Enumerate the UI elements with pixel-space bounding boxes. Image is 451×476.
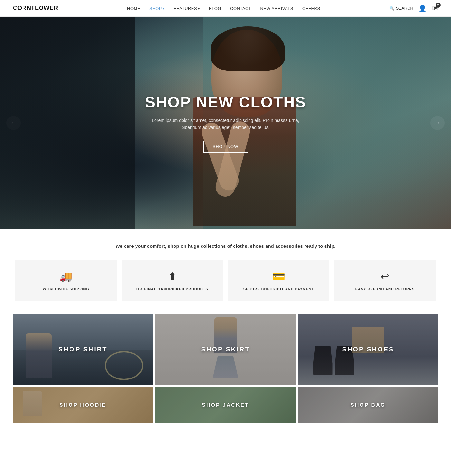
account-icon: 👤 bbox=[418, 5, 427, 12]
feature-shipping: 🚚 WORLDWIDE SHIPPING bbox=[15, 260, 117, 301]
search-button[interactable]: 🔍 SEARCH bbox=[389, 6, 413, 11]
account-button[interactable]: 👤 bbox=[418, 5, 427, 12]
nav-links: HOME SHOP FEATURES BLOG CONTACT NEW ARRI… bbox=[127, 5, 320, 11]
shop-grid: SHOP SHIRT SHOP SKIRT SHOP SHOES bbox=[0, 314, 451, 387]
shop-card-shirt[interactable]: SHOP SHIRT bbox=[13, 314, 153, 385]
features-section: 🚚 WORLDWIDE SHIPPING ⬆ ORIGINAL HANDPICK… bbox=[0, 260, 451, 314]
nav-link-features[interactable]: FEATURES bbox=[174, 6, 200, 11]
shipping-label: WORLDWIDE SHIPPING bbox=[43, 287, 89, 291]
nav-link-blog[interactable]: BLOG bbox=[209, 6, 221, 11]
handpicked-label: ORIGINAL HANDPICKED PRODUCTS bbox=[136, 287, 208, 291]
handpicked-icon: ⬆ bbox=[168, 270, 177, 283]
nav-item-new-arrivals[interactable]: NEW ARRIVALS bbox=[260, 5, 293, 11]
shop-card-jacket[interactable]: SHOP JACKET bbox=[155, 387, 296, 423]
hero-content: SHOP NEW CLOTHS Lorem ipsum dolor sit am… bbox=[142, 93, 309, 153]
shoes-label: SHOP SHOES bbox=[342, 346, 394, 353]
refund-icon: ↩ bbox=[381, 270, 389, 283]
shirt-label: SHOP SHIRT bbox=[59, 346, 108, 353]
nav-item-contact[interactable]: CONTACT bbox=[230, 5, 251, 11]
nav-link-shop[interactable]: SHOP bbox=[149, 6, 165, 11]
nav-item-blog[interactable]: BLOG bbox=[209, 5, 221, 11]
skirt-label: SHOP SKIRT bbox=[201, 346, 250, 353]
navbar-actions: 🔍 SEARCH 👤 🛍 2 bbox=[389, 5, 438, 12]
nav-item-shop[interactable]: SHOP bbox=[149, 5, 165, 11]
search-label: SEARCH bbox=[396, 6, 413, 11]
nav-item-home[interactable]: HOME bbox=[127, 5, 140, 11]
checkout-label: SECURE CHECKOUT AND PAYMENT bbox=[243, 287, 314, 291]
feature-refund: ↩ EASY REFUND AND RETURNS bbox=[334, 260, 436, 301]
hero-section: ← SHOP NEW CLOTHS Lorem ipsum dolor sit … bbox=[0, 17, 451, 229]
nav-link-contact[interactable]: CONTACT bbox=[230, 6, 251, 11]
hero-cta-button[interactable]: Shop Now bbox=[203, 141, 248, 153]
shop-card-shoes[interactable]: SHOP SHOES bbox=[298, 314, 438, 385]
nav-item-features[interactable]: FEATURES bbox=[174, 5, 200, 11]
nav-item-offers[interactable]: OFFERS bbox=[302, 5, 320, 11]
tagline-section: We care your comfort, shop on huge colle… bbox=[0, 229, 451, 260]
shipping-icon: 🚚 bbox=[60, 270, 72, 283]
refund-label: EASY REFUND AND RETURNS bbox=[355, 287, 415, 291]
search-icon: 🔍 bbox=[389, 6, 394, 11]
brand-logo[interactable]: CORNFLOWER bbox=[13, 5, 58, 12]
shop-card-hoodie[interactable]: SHOP HOODIE bbox=[13, 387, 153, 423]
shop-card-bag[interactable]: SHOP BAG bbox=[298, 387, 438, 423]
shop-card-skirt[interactable]: SHOP SKIRT bbox=[155, 314, 296, 385]
nav-link-home[interactable]: HOME bbox=[127, 6, 140, 11]
navbar: CORNFLOWER HOME SHOP FEATURES BLOG CONTA… bbox=[0, 0, 451, 17]
shop-grid-bottom: SHOP HOODIE SHOP JACKET SHOP BAG bbox=[0, 387, 451, 423]
jacket-label: SHOP JACKET bbox=[202, 402, 249, 408]
jacket-overlay: SHOP JACKET bbox=[155, 387, 296, 423]
bag-overlay: SHOP BAG bbox=[298, 387, 438, 423]
checkout-icon: 💳 bbox=[272, 270, 285, 283]
hoodie-overlay: SHOP HOODIE bbox=[13, 387, 153, 423]
cart-count: 2 bbox=[436, 3, 441, 8]
nav-link-new-arrivals[interactable]: NEW ARRIVALS bbox=[260, 6, 293, 11]
bag-label: SHOP BAG bbox=[351, 402, 386, 408]
tagline-text: We care your comfort, shop on huge colle… bbox=[115, 243, 335, 249]
shirt-overlay: SHOP SHIRT bbox=[13, 314, 153, 385]
nav-link-offers[interactable]: OFFERS bbox=[302, 6, 320, 11]
cart-button[interactable]: 🛍 2 bbox=[432, 5, 438, 12]
hero-title: SHOP NEW CLOTHS bbox=[142, 93, 309, 111]
hoodie-label: SHOP HOODIE bbox=[60, 402, 107, 408]
feature-handpicked: ⬆ ORIGINAL HANDPICKED PRODUCTS bbox=[122, 260, 223, 301]
feature-checkout: 💳 SECURE CHECKOUT AND PAYMENT bbox=[228, 260, 329, 301]
skirt-overlay: SHOP SKIRT bbox=[155, 314, 296, 385]
hero-subtitle: Lorem ipsum dolor sit amet, consectetur … bbox=[142, 117, 309, 131]
shoes-overlay: SHOP SHOES bbox=[298, 314, 438, 385]
